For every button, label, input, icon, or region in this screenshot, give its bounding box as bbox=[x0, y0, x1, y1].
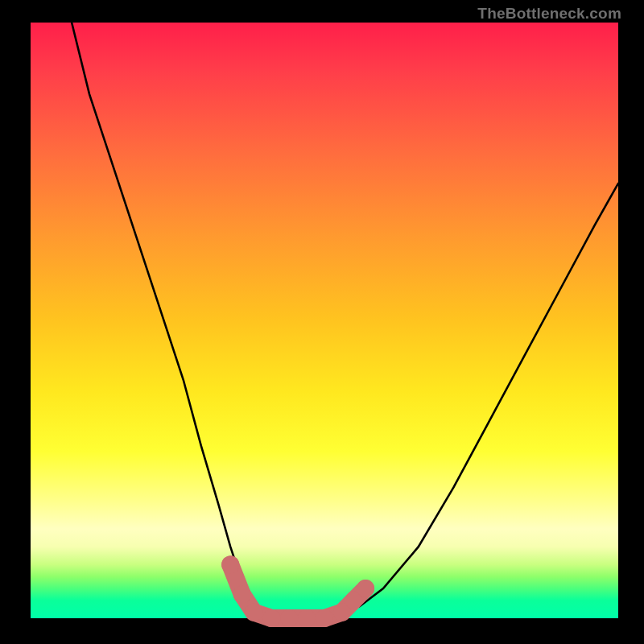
highlight-dot bbox=[316, 609, 333, 627]
chart-overlay bbox=[31, 23, 618, 618]
highlight-dot bbox=[245, 604, 262, 621]
highlight-dot bbox=[262, 609, 280, 627]
bottleneck-curve bbox=[72, 23, 618, 618]
highlight-markers bbox=[221, 555, 374, 627]
watermark-text: TheBottleneck.com bbox=[477, 5, 621, 23]
highlight-dot bbox=[357, 580, 374, 597]
chart-frame: TheBottleneck.com bbox=[0, 0, 644, 644]
highlight-dot bbox=[280, 609, 298, 627]
highlight-dot bbox=[221, 555, 239, 573]
highlight-dot bbox=[233, 585, 251, 603]
highlight-dot bbox=[298, 609, 316, 627]
